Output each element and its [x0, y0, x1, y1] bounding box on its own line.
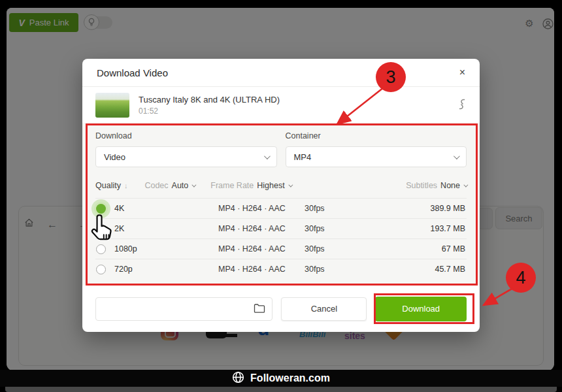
format-fps: 30fps: [305, 265, 401, 274]
close-icon[interactable]: ×: [459, 67, 465, 78]
format-list: 4KMP4 · H264 · AAC30fps389.9 MB2KMP4 · H…: [95, 198, 467, 279]
container-value: MP4: [294, 152, 454, 162]
quality-sort[interactable]: Quality ↓: [95, 181, 127, 190]
codec-label: Codec: [144, 181, 168, 190]
chevron-down-icon: [463, 182, 468, 187]
format-codec: MP4 · H264 · AAC: [218, 244, 305, 253]
download-settings-section: Download Video Container MP4 Qualit: [82, 123, 480, 286]
framerate-value: Highest: [257, 181, 284, 190]
dialog-header: Download Video ×: [82, 59, 480, 87]
format-codec: MP4 · H264 · AAC: [218, 224, 305, 233]
format-fps: 30fps: [305, 204, 401, 213]
chevron-down-icon: [288, 182, 293, 187]
framerate-filter[interactable]: Frame Rate Highest: [210, 181, 291, 190]
download-type-label: Download: [95, 131, 277, 140]
subtitles-filter[interactable]: Subtitles None: [406, 181, 467, 190]
dialog-footer: Cancel Download: [82, 286, 480, 332]
codec-filter[interactable]: Codec Auto: [144, 181, 195, 190]
format-size: 193.7 MB: [401, 224, 467, 233]
format-quality: 720p: [114, 265, 133, 274]
format-fps: 30fps: [305, 224, 401, 233]
video-duration: 01:52: [139, 106, 457, 116]
download-type-select[interactable]: Video: [95, 146, 277, 167]
chevron-down-icon: [454, 153, 460, 159]
format-radio[interactable]: [96, 265, 106, 274]
folder-icon[interactable]: [254, 303, 265, 316]
codec-value: Auto: [172, 181, 189, 190]
format-radio[interactable]: [96, 224, 106, 234]
format-radio[interactable]: [96, 244, 106, 254]
format-size: 45.7 MB: [401, 265, 467, 274]
format-quality: 4K: [114, 204, 124, 213]
footer-brand: Followeran.com: [250, 372, 330, 384]
video-info-row: Tuscany Italy 8K and 4K (ULTRA HD) 01:52: [82, 87, 480, 123]
screenshot-canvas: V Paste Link ⚙ ← → Search d BiliBili sit…: [0, 0, 562, 392]
format-fps: 30fps: [305, 244, 401, 253]
footer-bar: Followeran.com: [0, 370, 562, 387]
format-row[interactable]: 4KMP4 · H264 · AAC30fps389.9 MB: [95, 198, 467, 218]
format-quality: 2K: [114, 224, 124, 233]
subtitles-label: Subtitles: [406, 181, 437, 190]
download-button[interactable]: Download: [375, 297, 467, 321]
format-row[interactable]: 2KMP4 · H264 · AAC30fps193.7 MB: [95, 218, 467, 238]
format-size: 389.9 MB: [401, 204, 467, 213]
destination-input[interactable]: [95, 297, 273, 321]
quality-label: Quality: [95, 181, 121, 190]
subtitles-value: None: [440, 181, 460, 190]
video-thumbnail: [95, 93, 129, 118]
format-filter-row: Quality ↓ Codec Auto Frame Rate Highest …: [95, 181, 467, 190]
container-label: Container: [286, 131, 467, 140]
container-select[interactable]: MP4: [286, 146, 467, 167]
format-codec: MP4 · H264 · AAC: [218, 265, 305, 274]
chevron-down-icon: [263, 153, 270, 159]
format-quality: 1080p: [114, 244, 137, 253]
sort-arrow-icon: ↓: [124, 182, 128, 189]
download-video-dialog: Download Video × Tuscany Italy 8K and 4K…: [82, 59, 480, 332]
bottom-strip: [5, 387, 557, 392]
cancel-button[interactable]: Cancel: [281, 297, 367, 321]
link-icon[interactable]: [457, 99, 467, 112]
dialog-title: Download Video: [97, 67, 459, 78]
chevron-down-icon: [192, 182, 197, 187]
format-size: 67 MB: [401, 244, 467, 253]
format-radio[interactable]: [96, 204, 106, 214]
download-type-value: Video: [104, 152, 264, 162]
video-title: Tuscany Italy 8K and 4K (ULTRA HD): [139, 95, 457, 105]
format-row[interactable]: 720pMP4 · H264 · AAC30fps45.7 MB: [95, 259, 467, 279]
format-row[interactable]: 1080pMP4 · H264 · AAC30fps67 MB: [95, 238, 467, 259]
framerate-label: Frame Rate: [210, 181, 254, 190]
globe-icon: [232, 371, 244, 386]
format-codec: MP4 · H264 · AAC: [218, 204, 305, 213]
